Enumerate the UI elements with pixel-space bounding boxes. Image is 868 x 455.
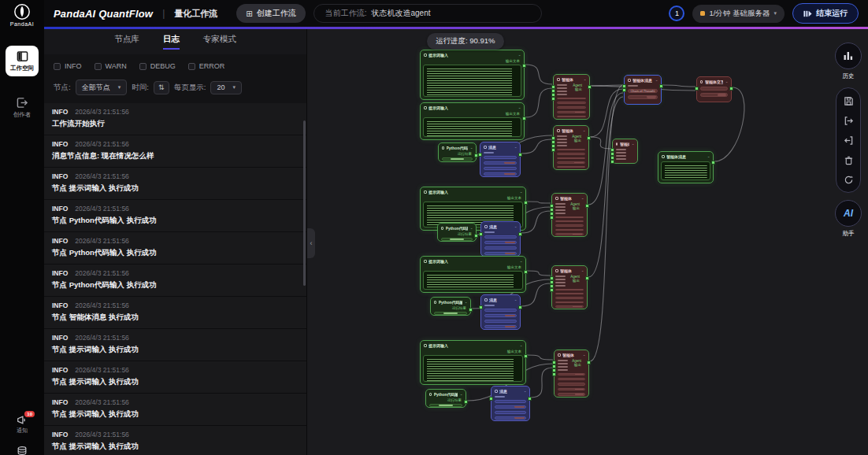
workflow-node-ai[interactable]: 智能体交互⌄: [696, 76, 732, 102]
sidebar-item-creator[interactable]: 创作者: [13, 97, 32, 119]
sidebar-item-workspace[interactable]: 工作空间: [6, 46, 39, 76]
log-level-checkbox-debug[interactable]: DEBUG: [139, 62, 176, 70]
node-title: Python代码输入: [447, 146, 469, 150]
node-title: 消息: [499, 389, 507, 394]
delete-button[interactable]: [843, 154, 854, 165]
node-port[interactable]: [479, 232, 483, 236]
node-collapse-icon: ⌄: [583, 353, 586, 357]
node-port[interactable]: [610, 160, 614, 164]
log-entry[interactable]: INFO 2026/4/3 21:51:56 节点 Python代码输入 执行成…: [44, 200, 306, 232]
node-port[interactable]: [528, 397, 532, 401]
node-port[interactable]: [478, 153, 482, 157]
node-port[interactable]: [585, 204, 589, 208]
node-port[interactable]: [585, 276, 589, 280]
log-level-checkbox-info[interactable]: INFO: [54, 62, 82, 70]
node-port[interactable]: [729, 87, 733, 91]
ai-assistant-button[interactable]: AI: [835, 200, 862, 227]
time-sort-button[interactable]: ⇅: [154, 81, 169, 94]
node-port[interactable]: [524, 270, 528, 274]
tab-node-library[interactable]: 节点库: [114, 34, 139, 50]
tab-expert-mode[interactable]: 专家模式: [203, 34, 236, 50]
export-button[interactable]: [843, 115, 854, 126]
log-entry[interactable]: INFO 2026/4/3 21:51:56 消息节点信息: 现在情况怎么样: [44, 135, 306, 168]
history-button[interactable]: [835, 43, 862, 69]
tab-logs[interactable]: 日志: [163, 34, 180, 50]
node-port[interactable]: [524, 354, 528, 358]
workflow-node-prompt[interactable]: 提示词输入⌄输出文本: [420, 102, 525, 140]
node-port[interactable]: [479, 305, 483, 309]
panel-collapse-handle[interactable]: ‹: [307, 228, 315, 258]
node-port[interactable]: [587, 361, 591, 364]
log-entry[interactable]: INFO 2026/4/3 21:51:56 节点 提示词输入 执行成功: [44, 329, 306, 361]
workflow-node-amg[interactable]: 智能体消息⌄: [658, 151, 714, 183]
workflow-node-prompt[interactable]: 提示词输入⌄输出文本: [420, 50, 525, 100]
workflow-node-python[interactable]: Python代码输入⌄运行结果: [438, 142, 477, 162]
node-port[interactable]: [551, 148, 555, 152]
workflow-node-prompt[interactable]: 提示词输入⌄输出文本: [420, 340, 526, 385]
log-level-checkbox-warn[interactable]: WARN: [95, 62, 127, 70]
run-progress-value: 90.91%: [469, 36, 495, 45]
current-workflow-field[interactable]: 当前工作流: 状态机改造agent: [313, 4, 542, 23]
scrollbar-thumb[interactable]: [303, 120, 306, 286]
log-entry[interactable]: INFO 2026/4/3 21:51:56 节点 智能体消息 执行成功: [44, 297, 306, 329]
log-entry[interactable]: INFO 2026/4/3 21:51:56 工作流开始执行: [44, 103, 306, 135]
create-workflow-button[interactable]: ⊞ 创建工作流: [236, 4, 305, 23]
log-entry[interactable]: INFO 2026/4/3 21:51:56 节点 Python代码输入 执行成…: [44, 264, 306, 297]
refresh-button[interactable]: [843, 174, 854, 185]
node-port[interactable]: [588, 85, 592, 89]
workflow-node-agent[interactable]: 智能体⌄Agent输出: [551, 265, 588, 309]
node-port[interactable]: [659, 84, 663, 88]
node-port[interactable]: [587, 136, 591, 140]
node-port[interactable]: [518, 232, 522, 236]
workflow-node-message[interactable]: 消息⌄: [480, 294, 521, 330]
node-port[interactable]: [469, 308, 473, 312]
node-port[interactable]: [711, 161, 715, 165]
node-port[interactable]: [522, 64, 526, 68]
node-port[interactable]: [464, 400, 468, 404]
node-port[interactable]: [550, 216, 554, 220]
node-port[interactable]: [524, 201, 528, 205]
workflow-node-agent[interactable]: 智能体⌄Agent输出: [554, 350, 589, 398]
stop-run-button[interactable]: 结束运行: [792, 3, 859, 24]
server-plan-dropdown[interactable]: 1/分钟 基础服务器 ▾: [692, 5, 785, 23]
import-button[interactable]: [843, 135, 854, 146]
node-port[interactable]: [552, 372, 556, 376]
log-list[interactable]: INFO 2026/4/3 21:51:56 工作流开始执行 INFO 2026…: [44, 103, 306, 455]
node-port[interactable]: [518, 305, 522, 309]
workflow-node-agent[interactable]: 智能体⌄Agent输出: [553, 74, 590, 120]
node-filter-select[interactable]: 全部节点 ▾: [76, 80, 128, 95]
node-title: 智能体: [562, 77, 573, 82]
chevron-down-icon: ▾: [773, 10, 777, 17]
workflow-node-amb[interactable]: 智能体消息⌄Chain-of-Thought: [624, 75, 662, 105]
workflow-node-agent[interactable]: 智能体⌄Agent输出: [551, 193, 588, 237]
notifications-button[interactable]: 10 通知: [17, 415, 28, 435]
log-entry[interactable]: INFO 2026/4/3 21:51:56 节点 提示词输入 执行成功: [44, 361, 306, 394]
workflow-node-ao[interactable]: 智能体输出⌄: [612, 139, 638, 164]
workflow-node-message[interactable]: 消息⌄: [491, 386, 530, 421]
node-port[interactable]: [695, 87, 699, 91]
node-port[interactable]: [622, 88, 626, 92]
workflow-node-prompt[interactable]: 提示词输入⌄输出文本: [420, 256, 526, 293]
server-count-badge[interactable]: 1: [669, 6, 684, 21]
log-entry[interactable]: INFO 2026/4/3 21:51:56 节点 Python代码输入 执行成…: [44, 232, 306, 264]
page-size-select[interactable]: 20 ▾: [210, 81, 242, 94]
save-button[interactable]: [843, 95, 854, 106]
node-port[interactable]: [518, 153, 522, 157]
workflow-node-python[interactable]: Python代码输入⌄运行结果: [425, 389, 466, 408]
workflow-canvas[interactable]: 提示词输入⌄输出文本提示词输入⌄输出文本Python代码输入⌄运行结果消息⌄提示…: [307, 27, 868, 455]
node-port[interactable]: [522, 117, 526, 120]
log-entry[interactable]: INFO 2026/4/3 21:51:56 节点 提示词输入 执行成功: [44, 168, 306, 200]
compute-credits-button[interactable]: 7651算力: [10, 446, 34, 455]
node-port[interactable]: [550, 288, 554, 292]
workflow-node-agent[interactable]: 智能体⌄Agent输出: [553, 125, 589, 170]
workflow-node-python[interactable]: Python代码输入⌄运行结果: [430, 297, 471, 316]
node-port[interactable]: [474, 234, 478, 238]
node-port[interactable]: [551, 97, 555, 101]
node-port[interactable]: [489, 397, 493, 401]
workflow-node-message[interactable]: 消息⌄: [480, 142, 521, 177]
workflow-node-message[interactable]: 消息⌄: [480, 221, 521, 257]
log-entry[interactable]: INFO 2026/4/3 21:51:56 节点 提示词输入 执行成功: [44, 426, 306, 455]
log-level-checkbox-error[interactable]: ERROR: [188, 62, 225, 70]
log-entry[interactable]: INFO 2026/4/3 21:51:56 节点 提示词输入 执行成功: [44, 394, 306, 426]
workflow-node-python[interactable]: Python代码输入⌄运行结果: [437, 223, 477, 242]
